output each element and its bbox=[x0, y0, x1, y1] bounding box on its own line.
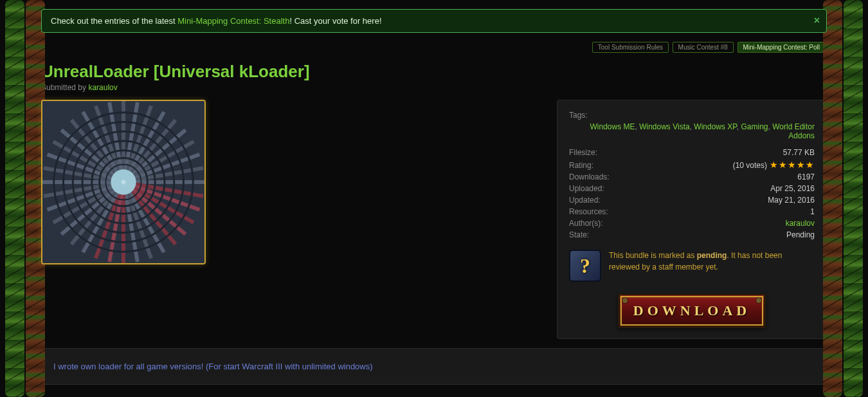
announcement-banner: Check out the entries of the latest Mini… bbox=[41, 9, 827, 33]
filesize-label: Filesize: bbox=[569, 148, 597, 157]
description-text: I wrote own loader for all game versions… bbox=[53, 362, 373, 371]
tab-tool-submission-rules[interactable]: Tool Submission Rules bbox=[592, 42, 669, 53]
download-button[interactable]: DOWNLOAD bbox=[618, 293, 766, 328]
tags-values: Windows ME, Windows Vista, Windows XP, G… bbox=[569, 122, 815, 140]
downloads-value: 6197 bbox=[797, 172, 815, 181]
tab-mini-mapping-contest[interactable]: Mini-Mapping Contest: Poll bbox=[737, 42, 826, 53]
submitted-line: Submitted by karaulov bbox=[41, 83, 827, 92]
description-box: I wrote own loader for all game versions… bbox=[41, 348, 827, 385]
info-row-downloads: Downloads: 6197 bbox=[569, 171, 815, 183]
state-value: Pending bbox=[786, 230, 815, 239]
decor-vine-inner-right bbox=[823, 0, 842, 397]
tag-link[interactable]: Windows Vista bbox=[639, 122, 689, 131]
info-row-uploaded: Uploaded: Apr 25, 2016 bbox=[569, 183, 815, 194]
resource-info-panel: Tags: Windows ME, Windows Vista, Windows… bbox=[557, 100, 827, 339]
updated-value: May 21, 2016 bbox=[768, 196, 815, 205]
svg-point-45 bbox=[111, 169, 136, 194]
uploaded-label: Uploaded: bbox=[569, 184, 604, 193]
tab-music-contest[interactable]: Music Contest #8 bbox=[673, 42, 734, 53]
tag-link[interactable]: Windows ME bbox=[590, 122, 635, 131]
announcement-text-pre: Check out the entries of the latest bbox=[51, 16, 177, 26]
downloads-label: Downloads: bbox=[569, 172, 610, 181]
info-row-state: State: Pending bbox=[569, 229, 815, 241]
tag-link[interactable]: Windows XP bbox=[694, 122, 736, 131]
rating-label: Rating: bbox=[569, 161, 593, 170]
star-icon: ★★★★★ bbox=[770, 160, 815, 170]
submitter-link[interactable]: karaulov bbox=[88, 83, 117, 92]
pending-text: This bundle is marked as pending. It has… bbox=[609, 250, 815, 273]
pending-notice: ? This bundle is marked as pending. It h… bbox=[569, 250, 815, 282]
info-row-filesize: Filesize: 57.77 KB bbox=[569, 147, 815, 158]
page-title: UnrealLoader [Universal kLoader] bbox=[41, 62, 827, 82]
resources-value: 1 bbox=[810, 207, 815, 216]
submitted-label: Submitted by bbox=[41, 83, 88, 92]
filesize-value: 57.77 KB bbox=[783, 148, 815, 157]
state-label: State: bbox=[569, 230, 589, 239]
tag-link[interactable]: World Editor Addons bbox=[772, 122, 815, 140]
tags-label: Tags: bbox=[569, 111, 815, 120]
thumbnail-image bbox=[42, 101, 204, 263]
info-row-updated: Updated: May 21, 2016 bbox=[569, 194, 815, 206]
info-row-rating: Rating: (10 votes)★★★★★ bbox=[569, 158, 815, 171]
resources-label: Resources: bbox=[569, 207, 608, 216]
updated-label: Updated: bbox=[569, 196, 601, 205]
rating-votes: (10 votes) bbox=[733, 161, 767, 170]
tab-row: Tool Submission Rules Music Contest #8 M… bbox=[36, 38, 832, 54]
announcement-link[interactable]: Mini-Mapping Contest: Stealth bbox=[177, 16, 289, 26]
close-icon[interactable]: × bbox=[814, 15, 820, 26]
question-icon: ? bbox=[569, 250, 601, 282]
uploaded-value: Apr 25, 2016 bbox=[770, 184, 815, 193]
decor-vine-right bbox=[844, 0, 863, 397]
decor-vine-left bbox=[5, 0, 24, 397]
tag-link[interactable]: Gaming bbox=[741, 122, 768, 131]
author-link[interactable]: karaulov bbox=[786, 219, 815, 228]
authors-label: Author(s): bbox=[569, 219, 603, 228]
announcement-text-post: ! Cast your vote for here! bbox=[289, 16, 381, 26]
info-row-authors: Author(s): karaulov bbox=[569, 217, 815, 229]
info-row-resources: Resources: 1 bbox=[569, 206, 815, 217]
resource-thumbnail[interactable] bbox=[41, 100, 206, 264]
